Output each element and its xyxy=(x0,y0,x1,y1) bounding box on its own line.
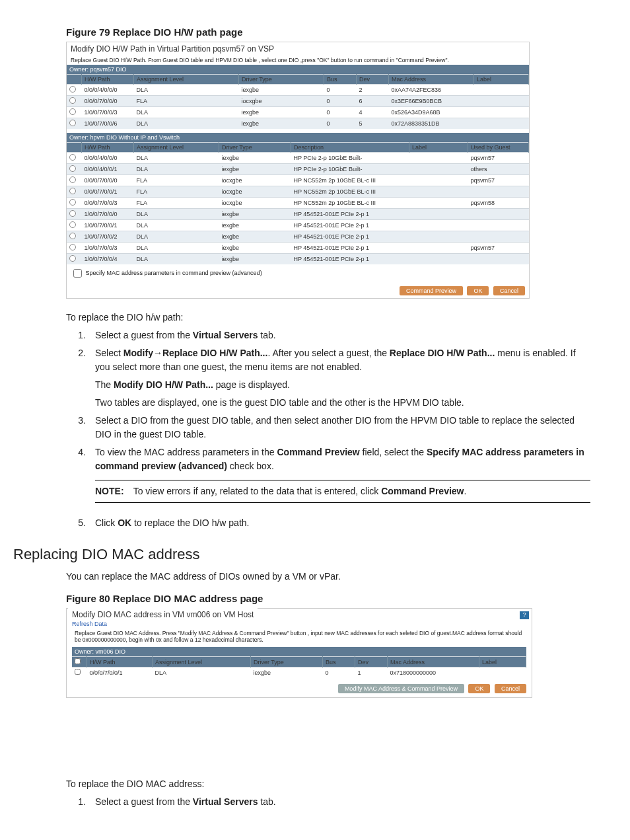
table-header-row: H/W Path Assignment Level Driver Type De… xyxy=(67,143,529,153)
hpvm-dio-table: H/W Path Assignment Level Driver Type De… xyxy=(67,142,529,264)
section-heading-replacing-mac: Replacing DIO MAC address xyxy=(13,546,590,563)
radio-icon[interactable] xyxy=(69,108,76,115)
table-row[interactable]: 0/0/0/4/0/0/0DLAiexgbe020xAA74A2FEC836 xyxy=(67,85,529,96)
table-row[interactable]: 1/0/0/7/0/0/0DLAiexgbeHP 454521-001E PCI… xyxy=(67,209,529,220)
advanced-checkbox[interactable] xyxy=(73,269,82,278)
table-row[interactable]: 0/0/0/7/0/0/1DLAiexgbe010x718000000000 xyxy=(72,668,526,678)
ok-button[interactable]: OK xyxy=(468,684,490,693)
table-header-row: H/W Path Assignment Level Driver Type Bu… xyxy=(72,657,526,668)
table-row[interactable]: 1/0/0/7/0/0/3DLAiexgbe040x526A34D9A68B xyxy=(67,107,529,118)
radio-icon[interactable] xyxy=(69,188,76,194)
table-row[interactable]: 0/0/0/7/0/0/3FLAiocxgbeHP NC552m 2p 10Gb… xyxy=(67,198,529,209)
dialog-title-79: Modify DIO H/W Path in Virtual Partition… xyxy=(67,42,529,56)
mac-dio-table: H/W Path Assignment Level Driver Type Bu… xyxy=(72,656,526,677)
radio-icon[interactable] xyxy=(69,244,76,250)
table-row[interactable]: 0/0/0/4/0/0/1DLAiexgbeHP PCIe 2-p 10GbE … xyxy=(67,164,529,175)
table-row[interactable]: 0/0/0/7/0/0/0FLAiocxgbeHP NC552m 2p 10Gb… xyxy=(67,175,529,186)
table-row[interactable]: 0/0/0/7/0/0/0FLAiocxgbe060x3EF66E9B0BCB xyxy=(67,96,529,107)
step-4: To view the MAC address parameters in th… xyxy=(95,445,590,512)
table-row[interactable]: 0/0/0/4/0/0/0DLAiexgbeHP PCIe 2-p 10GbE … xyxy=(67,153,529,164)
dialog-title-80: Modify DIO MAC address in VM vm006 on VM… xyxy=(68,608,258,621)
figure-80-screenshot: Modify DIO MAC address in VM vm006 on VM… xyxy=(66,608,532,698)
radio-icon[interactable] xyxy=(69,154,76,161)
radio-icon[interactable] xyxy=(69,120,76,126)
select-all-checkbox[interactable] xyxy=(75,658,81,664)
step-1b: Select a guest from the Virtual Servers … xyxy=(95,795,590,809)
radio-icon[interactable] xyxy=(69,165,76,172)
row-checkbox[interactable] xyxy=(75,669,81,675)
figure-79-title: Figure 79 Replace DIO H/W path page xyxy=(66,26,590,38)
intro-text: To replace the DIO h/w path: xyxy=(66,311,590,325)
section2-intro: You can replace the MAC address of DIOs … xyxy=(66,570,590,584)
radio-icon[interactable] xyxy=(69,255,76,262)
figure-80-title: Figure 80 Replace DIO MAC address page xyxy=(66,593,590,604)
advanced-checkbox-row[interactable]: Specify MAC address parameters in comman… xyxy=(67,264,529,282)
owner-bar-1: Owner: pqsvm57 DIO xyxy=(67,65,529,74)
radio-icon[interactable] xyxy=(69,176,76,183)
radio-icon[interactable] xyxy=(69,210,76,217)
dialog-instruction-79: Replace Guest DIO H/W Path. From Guest D… xyxy=(67,56,529,65)
intro-text-2: To replace the DIO MAC address: xyxy=(66,777,590,791)
table-row[interactable]: 1/0/0/7/0/0/3DLAiexgbeHP 454521-001E PCI… xyxy=(67,243,529,254)
owner-bar-80: Owner: vm006 DIO xyxy=(72,647,526,656)
cancel-button[interactable]: Cancel xyxy=(493,286,525,295)
owner-bar-2: Owner: hpvm DIO Without IP and Vswitch xyxy=(67,133,529,142)
guest-dio-table: H/W Path Assignment Level Driver Type Bu… xyxy=(67,74,529,129)
step-5: Click OK to replace the DIO h/w path. xyxy=(95,516,590,530)
step-3: Select a DIO from the guest DIO table, a… xyxy=(95,414,590,441)
figure-79-screenshot: Modify DIO H/W Path in Virtual Partition… xyxy=(66,42,530,299)
step-2: Select Modify→Replace DIO H/W Path.... A… xyxy=(95,346,590,410)
dialog-instruction-80: Replace Guest DIO MAC Address. Press "Mo… xyxy=(68,629,530,644)
table-header-row: H/W Path Assignment Level Driver Type Bu… xyxy=(67,75,529,85)
modify-mac-preview-button[interactable]: Modify MAC Address & Command Preview xyxy=(338,684,464,693)
command-preview-button[interactable]: Command Preview xyxy=(400,286,463,295)
ok-button[interactable]: OK xyxy=(467,286,489,295)
step-1: Select a guest from the Virtual Servers … xyxy=(95,328,590,342)
table-row[interactable]: 1/0/0/7/0/0/2DLAiexgbeHP 454521-001E PCI… xyxy=(67,231,529,243)
table-row[interactable]: 1/0/0/7/0/0/4DLAiexgbeHP 454521-001E PCI… xyxy=(67,254,529,265)
radio-icon[interactable] xyxy=(69,199,76,206)
radio-icon[interactable] xyxy=(69,97,76,104)
radio-icon[interactable] xyxy=(69,221,76,228)
help-icon[interactable]: ? xyxy=(520,611,529,619)
advanced-checkbox-label: Specify MAC address parameters in comman… xyxy=(86,270,262,276)
note-box: NOTE: To view errors if any, related to … xyxy=(95,480,590,503)
table-row[interactable]: 1/0/0/7/0/0/1DLAiexgbeHP 454521-001E PCI… xyxy=(67,220,529,231)
radio-icon[interactable] xyxy=(69,233,76,239)
table-row[interactable]: 0/0/0/7/0/0/1FLAiocxgbeHP NC552m 2p 10Gb… xyxy=(67,186,529,198)
radio-icon[interactable] xyxy=(69,86,76,93)
table-row[interactable]: 1/0/0/7/0/0/6DLAiexgbe050x72A8838351DB xyxy=(67,118,529,130)
cancel-button[interactable]: Cancel xyxy=(495,684,526,693)
